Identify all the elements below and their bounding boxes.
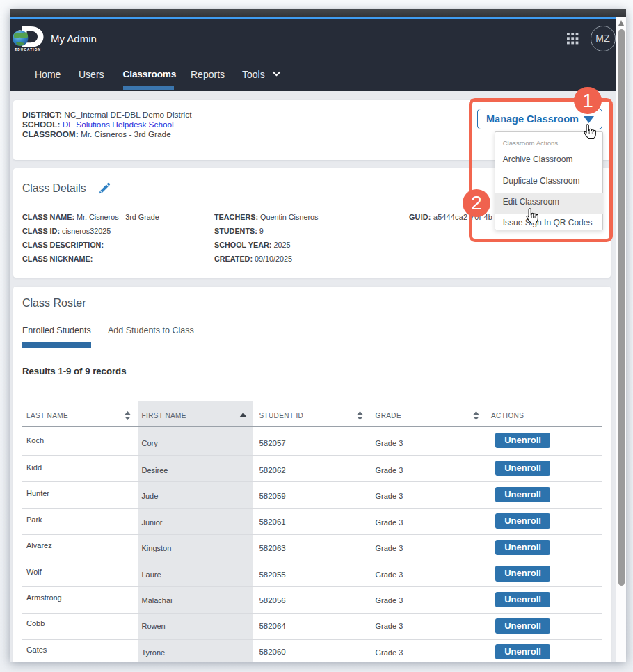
svg-text:EDUCATION: EDUCATION <box>15 48 41 51</box>
